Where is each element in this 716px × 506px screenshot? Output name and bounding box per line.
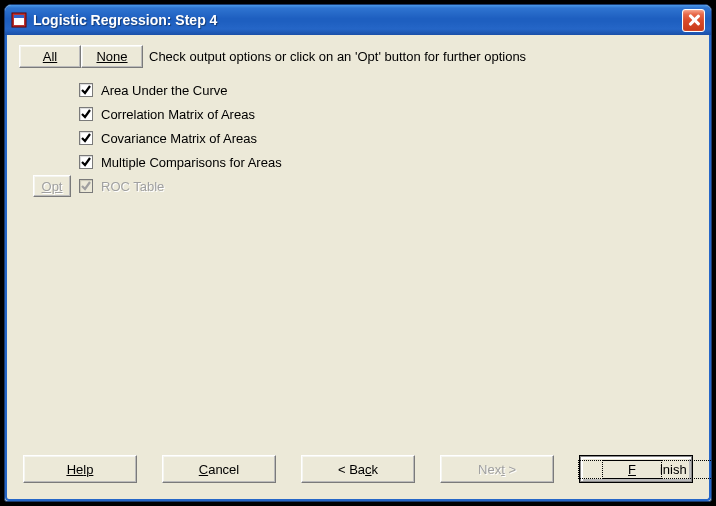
opt-button: Opt xyxy=(33,175,71,197)
option-label: Multiple Comparisons for Areas xyxy=(101,155,282,170)
client-area: All None Check output options or click o… xyxy=(5,35,711,501)
option-label: ROC Table xyxy=(101,179,164,194)
checkbox xyxy=(79,179,93,193)
option-label: Correlation Matrix of Areas xyxy=(101,107,255,122)
option-label: Covariance Matrix of Areas xyxy=(101,131,257,146)
titlebar[interactable]: Logistic Regression: Step 4 xyxy=(5,5,711,35)
checkbox[interactable] xyxy=(79,83,93,97)
button-bar: Help Cancel < Back Next > Finish xyxy=(7,455,709,499)
checkbox[interactable] xyxy=(79,155,93,169)
svg-rect-2 xyxy=(14,15,24,18)
window-title: Logistic Regression: Step 4 xyxy=(33,12,682,28)
option-row: Area Under the Curve xyxy=(79,78,697,102)
instruction-text: Check output options or click on an 'Opt… xyxy=(149,49,526,64)
select-toolbar: All None Check output options or click o… xyxy=(19,45,697,68)
option-row: OptROC Table xyxy=(79,174,697,198)
help-button[interactable]: Help xyxy=(23,455,137,483)
next-button: Next > xyxy=(440,455,554,483)
all-button[interactable]: All xyxy=(19,45,81,68)
finish-button[interactable]: Finish xyxy=(579,455,693,483)
cancel-button[interactable]: Cancel xyxy=(162,455,276,483)
app-icon xyxy=(11,12,27,28)
options-list: Area Under the CurveCorrelation Matrix o… xyxy=(79,78,697,198)
content-area: All None Check output options or click o… xyxy=(7,35,709,455)
close-icon xyxy=(688,14,700,26)
close-button[interactable] xyxy=(682,9,705,32)
none-button[interactable]: None xyxy=(81,45,143,68)
option-row: Covariance Matrix of Areas xyxy=(79,126,697,150)
back-button[interactable]: < Back xyxy=(301,455,415,483)
checkbox[interactable] xyxy=(79,131,93,145)
option-label: Area Under the Curve xyxy=(101,83,227,98)
option-row: Correlation Matrix of Areas xyxy=(79,102,697,126)
checkbox[interactable] xyxy=(79,107,93,121)
option-row: Multiple Comparisons for Areas xyxy=(79,150,697,174)
dialog-window: Logistic Regression: Step 4 All None Che… xyxy=(4,4,712,502)
